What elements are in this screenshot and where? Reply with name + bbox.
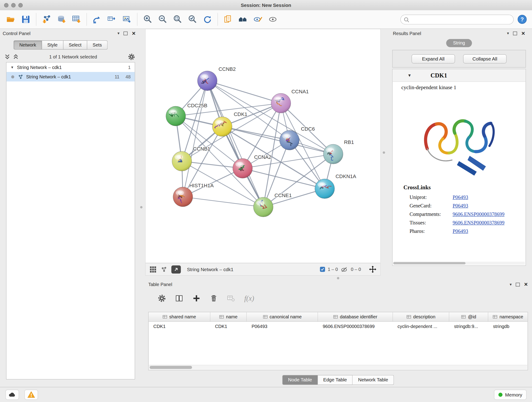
tab-network-table[interactable]: Network Table — [353, 375, 394, 385]
current-network-title: String Network – cdk1 — [187, 267, 234, 272]
crosslink-genecard-link[interactable]: P06493 — [452, 203, 525, 209]
help-button[interactable]: ? — [517, 13, 529, 25]
crosslink-uniprot-link[interactable]: P06493 — [452, 195, 525, 200]
tree-root-row[interactable]: ▼ String Network – cdk1 1 — [6, 62, 135, 72]
zoom-fit-button[interactable] — [170, 12, 185, 27]
table-horizontal-scrollbar[interactable] — [149, 365, 527, 370]
panel-close-icon[interactable]: ✕ — [132, 31, 136, 36]
open-session-button[interactable] — [3, 12, 18, 27]
column-header[interactable]: canonical name — [247, 312, 318, 321]
zoom-out-button[interactable] — [155, 12, 170, 27]
tab-network[interactable]: Network — [13, 40, 42, 50]
delete-column-icon[interactable] — [210, 294, 218, 303]
panel-close-icon[interactable]: ✕ — [524, 282, 528, 287]
refresh-button[interactable] — [200, 12, 215, 27]
network-share-view-icon[interactable] — [160, 266, 167, 273]
results-horizontal-scrollbar[interactable] — [393, 262, 525, 265]
panel-float-icon[interactable] — [513, 32, 517, 35]
tab-sets[interactable]: Sets — [87, 40, 108, 50]
crosslink-pharos-link[interactable]: P06493 — [452, 229, 525, 234]
selected-checkbox-icon[interactable] — [320, 267, 325, 272]
crosslink-label: Tissues: — [409, 220, 452, 226]
string-tab-badge[interactable]: String — [446, 39, 472, 47]
tab-edge-table[interactable]: Edge Table — [318, 375, 353, 385]
zoom-fit-icon — [173, 15, 182, 24]
crosslink-label: Compartments: — [409, 211, 452, 217]
column-sort-icon — [493, 315, 498, 319]
network-node[interactable]: CDKN1A — [315, 173, 356, 198]
results-panel-title: Results Panel — [393, 31, 421, 36]
disclosure-triangle-icon[interactable]: ▼ — [11, 65, 14, 69]
search-icon — [404, 17, 410, 23]
import-network-button[interactable] — [39, 12, 54, 27]
grid-view-icon[interactable] — [150, 266, 157, 273]
column-header[interactable]: shared name — [149, 312, 210, 321]
save-session-button[interactable] — [18, 12, 33, 27]
import-database-button[interactable] — [54, 12, 69, 27]
left-splitter-handle[interactable] — [140, 206, 143, 208]
panel-menu-icon[interactable]: ▾ — [118, 31, 120, 35]
network-node[interactable]: CCNE1 — [253, 192, 292, 217]
crosslink-compartments-link[interactable]: 9606.ENSP00000378699 — [452, 211, 525, 217]
warnings-button[interactable] — [25, 390, 38, 400]
search-field — [400, 14, 514, 24]
collapse-all-button[interactable]: Collapse All — [463, 54, 507, 63]
search-input[interactable] — [400, 14, 514, 24]
columns-icon[interactable] — [175, 294, 183, 303]
panel-float-icon[interactable] — [516, 283, 520, 286]
copy-document-button[interactable] — [221, 12, 235, 27]
table-row[interactable]: CDK1 CDK1 P06493 9606.ENSP00000378699 cy… — [149, 322, 528, 331]
tab-select[interactable]: Select — [63, 40, 87, 50]
bottom-splitter-handle[interactable] — [337, 277, 339, 279]
pan-crosshair-icon[interactable] — [369, 266, 376, 273]
network-node[interactable]: CCNA1 — [271, 89, 309, 113]
gear-icon[interactable] — [128, 53, 135, 60]
crosslink-tissues-link[interactable]: 9606.ENSP00000378699 — [452, 220, 525, 226]
network-node[interactable]: CDK1 — [212, 111, 247, 136]
zoom-in-button[interactable] — [140, 12, 155, 27]
column-header[interactable]: name — [210, 312, 247, 321]
disclosure-triangle-icon[interactable]: ▼ — [408, 73, 412, 78]
tab-node-table[interactable]: Node Table — [282, 375, 318, 385]
network-node[interactable]: HIST1H1A — [173, 183, 214, 206]
expand-all-button[interactable]: Expand All — [412, 54, 455, 63]
column-header[interactable]: namespace — [488, 312, 527, 321]
cloud-status-button[interactable] — [6, 390, 19, 400]
zoom-selected-button[interactable] — [185, 12, 200, 27]
panel-float-icon[interactable] — [123, 32, 128, 35]
expand-all-icon[interactable] — [5, 54, 10, 59]
network-node-label: CCNB1 — [193, 146, 210, 152]
network-from-selection-icon — [92, 15, 102, 24]
home-button[interactable] — [235, 12, 250, 27]
crosslinks-title: CrossLinks — [404, 184, 526, 191]
network-from-selection-button[interactable] — [89, 12, 104, 27]
function-builder-button[interactable]: f(x) — [244, 294, 254, 303]
network-node[interactable]: RB1 — [323, 139, 354, 164]
panel-menu-icon[interactable]: ▾ — [510, 282, 512, 287]
table-from-network-button[interactable] — [104, 12, 119, 27]
tab-style[interactable]: Style — [42, 40, 63, 50]
open-in-new-window-button[interactable] — [171, 265, 181, 274]
network-node-label: CCNB2 — [219, 66, 236, 72]
show-button[interactable] — [265, 12, 280, 27]
tree-network-label: String Network – cdk1 — [26, 74, 71, 79]
column-header[interactable]: database identifier — [318, 312, 393, 321]
collapse-all-icon[interactable] — [13, 54, 18, 59]
right-splitter-handle[interactable] — [383, 151, 385, 153]
network-canvas[interactable]: CCNB2CCNA1CDC25BCDK1CDC6RB1CCNB1CCNA2CDK… — [145, 29, 381, 263]
hide-edit-button[interactable] — [250, 12, 265, 27]
column-header[interactable]: description — [393, 312, 449, 321]
add-column-icon[interactable] — [192, 294, 201, 303]
import-table-button[interactable] — [69, 12, 84, 27]
gear-icon[interactable] — [158, 294, 166, 303]
tree-network-row[interactable]: String Network – cdk1 11 48 — [6, 72, 135, 81]
panel-close-icon[interactable]: ✕ — [521, 31, 525, 36]
column-header[interactable]: @id — [449, 312, 488, 321]
network-node[interactable]: CCNB2 — [197, 66, 236, 91]
gene-header[interactable]: ▼ CDK1 — [393, 69, 525, 82]
memory-button[interactable]: Memory — [494, 390, 526, 400]
gene-description: cyclin-dependent kinase 1 — [393, 82, 525, 91]
panel-menu-icon[interactable]: ▾ — [507, 31, 509, 35]
export-image-button[interactable] — [119, 12, 134, 27]
database-icon — [57, 15, 66, 24]
